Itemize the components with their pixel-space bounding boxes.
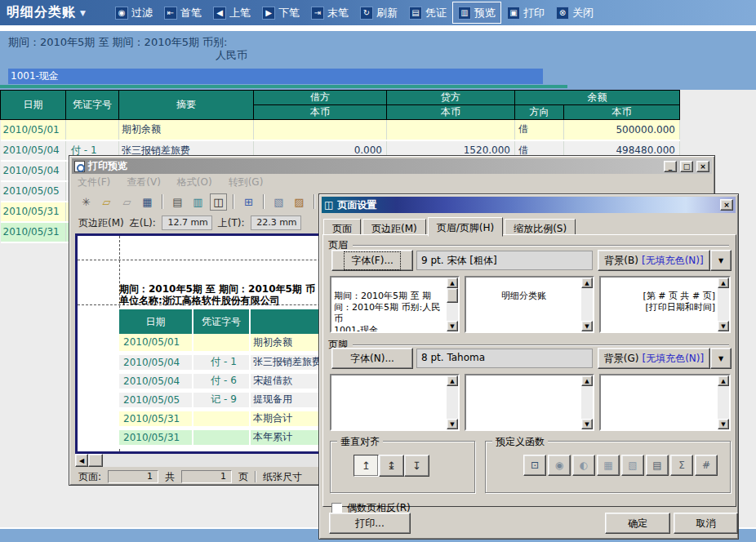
- minimize-button[interactable]: _: [664, 161, 677, 172]
- scrollbar[interactable]: ▲ ▼: [581, 375, 593, 429]
- scroll-down-icon[interactable]: ▼: [447, 321, 458, 331]
- col-header-credit[interactable]: 贷方: [387, 91, 515, 105]
- top-margin-field[interactable]: 22.3 mm: [251, 215, 301, 230]
- shapes-icon[interactable]: ▧: [621, 455, 644, 476]
- computer-name-icon[interactable]: ⊡: [523, 455, 546, 476]
- next-record-button[interactable]: ▶ 下笔: [256, 2, 305, 24]
- close-view-button[interactable]: ⊗ 关闭: [550, 2, 599, 24]
- col-header-direction[interactable]: 方向: [515, 105, 564, 120]
- header-font-button[interactable]: 字体(F)...: [331, 250, 413, 271]
- filter-button[interactable]: ◉ 过滤: [109, 2, 158, 24]
- table-row[interactable]: 2010/05/01 期初余额 借 500000.000: [1, 120, 680, 140]
- scroll-down-icon[interactable]: ▼: [581, 321, 593, 331]
- footer-background-dropdown[interactable]: ▼: [710, 348, 732, 369]
- col-header-debit-currency[interactable]: 本币: [254, 105, 387, 120]
- page-number-field[interactable]: 1: [108, 470, 158, 483]
- align-middle-button[interactable]: ↨: [379, 455, 404, 477]
- scrollbar[interactable]: ▲ ▼: [447, 375, 458, 429]
- grid-icon[interactable]: ⊞: [240, 193, 257, 211]
- menu-file[interactable]: 文件(F): [78, 175, 110, 189]
- settings-icon[interactable]: ✳: [78, 193, 95, 211]
- col-header-voucher[interactable]: 凭证字号: [66, 91, 119, 120]
- account-selection[interactable]: 1001-现金: [8, 69, 543, 84]
- header-background-dropdown[interactable]: ▼: [710, 250, 732, 271]
- save-icon[interactable]: ▦: [139, 193, 156, 211]
- tab-margins[interactable]: 页边距(M): [362, 219, 426, 236]
- total-pages-field[interactable]: 1: [181, 470, 232, 483]
- user-name-icon[interactable]: ◉: [548, 455, 571, 476]
- footer-center-textarea[interactable]: ▲ ▼: [465, 374, 594, 431]
- footer-background-button[interactable]: 背景(G) [无填充色(N)]: [598, 348, 710, 369]
- preview-button[interactable]: ▥ 预览: [452, 2, 501, 24]
- last-record-button[interactable]: ⇥ 末笔: [305, 2, 354, 24]
- align-bottom-button[interactable]: ↧: [404, 455, 429, 477]
- header-right-textarea[interactable]: [第 # 页 共 # 页] [打印日期和时间] ▲ ▼: [599, 276, 731, 333]
- scrollbar[interactable]: ▲ ▼: [718, 278, 729, 331]
- picture-icon[interactable]: ▦: [597, 455, 620, 476]
- scroll-down-icon[interactable]: ▼: [718, 419, 729, 429]
- col-header-date[interactable]: 日期: [1, 91, 66, 120]
- first-record-button[interactable]: ⇤ 首笔: [158, 2, 207, 24]
- footer-font-button[interactable]: 字体(N)...: [331, 348, 413, 369]
- printer-icon[interactable]: ▤: [169, 193, 186, 211]
- col-header-summary[interactable]: 摘要: [119, 91, 254, 120]
- col-header-balance[interactable]: 余额: [515, 91, 680, 105]
- dialog-print-button[interactable]: 打印...: [329, 513, 411, 534]
- page-number-icon[interactable]: ▤: [646, 455, 669, 476]
- print-setup-icon[interactable]: ▥: [189, 193, 207, 211]
- header-center-textarea[interactable]: 明细分类账 ▲ ▼: [465, 276, 594, 333]
- scrollbar-thumb[interactable]: [447, 288, 458, 303]
- tab-header-footer[interactable]: 页眉/页脚(H): [428, 217, 503, 237]
- scrollbar[interactable]: ▲ ▼: [447, 278, 458, 331]
- refresh-button[interactable]: ↻ 刷新: [354, 2, 403, 24]
- scroll-up-icon[interactable]: ▲: [447, 278, 458, 288]
- col-header-balance-currency[interactable]: 本币: [564, 105, 680, 120]
- app-title-menu[interactable]: 明细分类账 ▼: [0, 4, 109, 21]
- pie-icon[interactable]: ◐: [572, 455, 595, 476]
- page-total-icon[interactable]: Σ: [670, 455, 693, 476]
- header-background-button[interactable]: 背景(B) [无填充色(N)]: [598, 250, 710, 271]
- page-setup-titlebar[interactable]: ◫ 页面设置 ×: [322, 197, 736, 213]
- left-margin-field[interactable]: 12.7 mm: [162, 215, 212, 230]
- header-left-textarea[interactable]: 期间：2010年5期 至 期间：2010年5期 币别:人民币 1001-现金 单…: [330, 276, 460, 333]
- scrollbar[interactable]: ▲ ▼: [718, 375, 729, 429]
- scroll-up-icon[interactable]: ▲: [718, 375, 729, 386]
- scroll-down-icon[interactable]: ▼: [581, 419, 593, 429]
- col-header-debit[interactable]: 借方: [254, 91, 387, 105]
- tab-page[interactable]: 页面: [323, 219, 361, 236]
- align-top-button[interactable]: ↥: [354, 455, 379, 477]
- vertical-align-label: 垂直对齐: [337, 435, 383, 449]
- print-button[interactable]: ▣ 打印: [501, 2, 550, 24]
- number-sign-icon[interactable]: #: [695, 455, 718, 476]
- menu-view[interactable]: 查看(V): [127, 175, 161, 189]
- scroll-up-icon[interactable]: ▲: [581, 278, 593, 288]
- cancel-button[interactable]: 取消: [674, 513, 738, 534]
- format-paint-icon[interactable]: ▨: [291, 193, 308, 211]
- folder-icon[interactable]: ▱: [118, 193, 136, 211]
- print-preview-titlebar[interactable]: 打印预览 _ □ ×: [72, 158, 712, 174]
- voucher-button[interactable]: ▤ 凭证: [403, 2, 452, 24]
- scroll-up-icon[interactable]: ▲: [581, 375, 593, 386]
- copy-pages-icon[interactable]: ▧: [270, 193, 287, 211]
- prev-record-button[interactable]: ◀ 上笔: [207, 2, 256, 24]
- menu-format[interactable]: 格式(O): [177, 175, 212, 189]
- footer-left-textarea[interactable]: ▲ ▼: [330, 374, 460, 431]
- scroll-up-icon[interactable]: ▲: [718, 278, 729, 288]
- open-folder-icon[interactable]: ▱: [98, 193, 115, 211]
- screen: 明细分类账 ▼ ◉ 过滤 ⇤ 首笔 ◀ 上笔 ▶ 下笔 ⇥ 末笔 ↻ 刷新 ▤: [0, 0, 756, 542]
- scroll-down-icon[interactable]: ▼: [447, 419, 458, 429]
- scroll-left-icon[interactable]: ◀: [75, 454, 88, 467]
- footer-right-textarea[interactable]: ▲ ▼: [599, 374, 731, 431]
- menu-goto[interactable]: 转到(G): [229, 175, 264, 189]
- book-preview-icon[interactable]: ◫: [210, 193, 227, 211]
- scrollbar-thumb[interactable]: [88, 454, 103, 467]
- scrollbar[interactable]: ▲ ▼: [581, 278, 593, 331]
- tab-scale[interactable]: 缩放比例(S): [505, 219, 576, 236]
- close-button[interactable]: ×: [696, 161, 709, 172]
- dialog-close-button[interactable]: ×: [720, 199, 733, 211]
- ok-button[interactable]: 确定: [605, 513, 670, 534]
- scroll-up-icon[interactable]: ▲: [447, 375, 458, 386]
- maximize-button[interactable]: □: [680, 161, 693, 172]
- col-header-credit-currency[interactable]: 本币: [387, 105, 515, 120]
- scroll-down-icon[interactable]: ▼: [718, 321, 729, 331]
